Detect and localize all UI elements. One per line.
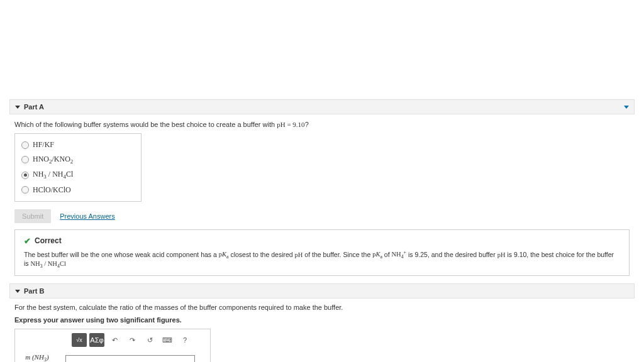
option-label: HClO/KClO: [33, 185, 71, 195]
part-a-label: Part A: [24, 103, 44, 111]
part-b-line1: For the best system, calculate the ratio…: [14, 304, 635, 311]
radio-icon[interactable]: [21, 156, 29, 163]
radio-icon[interactable]: [21, 172, 29, 179]
radio-icon[interactable]: [21, 141, 29, 149]
toolbar: √x ΑΣφ ↶ ↷ ↺ ⌨ ?: [15, 329, 210, 351]
feedback-title: Correct: [35, 236, 62, 245]
math-templates-icon[interactable]: √x: [72, 333, 87, 347]
option-label: HNO2/KNO2: [33, 155, 73, 165]
feedback-text: The best buffer will be the one whose we…: [24, 250, 620, 270]
help-icon[interactable]: ?: [177, 333, 192, 347]
keyboard-icon[interactable]: ⌨: [160, 333, 175, 347]
collapse-icon[interactable]: [624, 106, 629, 109]
caret-down-icon: [15, 290, 20, 293]
previous-answers-link-a[interactable]: Previous Answers: [60, 212, 114, 220]
answer-box: √x ΑΣφ ↶ ↷ ↺ ⌨ ? m (NH3) m (NH4Cl) =: [14, 329, 211, 362]
greek-symbols-button[interactable]: ΑΣφ: [89, 333, 104, 347]
submit-button-a: Submit: [14, 209, 51, 223]
radio-icon[interactable]: [21, 186, 29, 194]
options-box: HF/KFHNO2/KNO2NH3 / NH4ClHClO/KClO: [14, 133, 142, 202]
ratio-fraction: m (NH3) m (NH4Cl): [20, 353, 54, 362]
option-label: NH3 / NH4Cl: [33, 170, 73, 180]
part-b-header[interactable]: Part B: [9, 283, 635, 299]
feedback-box: ✔ Correct The best buffer will be the on…: [14, 229, 630, 277]
redo-icon[interactable]: ↷: [125, 333, 140, 347]
answer-input[interactable]: [65, 355, 195, 362]
reset-icon[interactable]: ↺: [142, 333, 157, 347]
option-row[interactable]: HNO2/KNO2: [15, 152, 141, 167]
part-b-line2: Express your answer using two significan…: [14, 316, 635, 324]
option-label: HF/KF: [33, 140, 54, 150]
undo-icon[interactable]: ↶: [107, 333, 122, 347]
check-icon: ✔: [24, 236, 31, 246]
option-row[interactable]: NH3 / NH4Cl: [15, 167, 141, 182]
caret-down-icon: [15, 106, 20, 109]
part-b-label: Part B: [24, 287, 44, 295]
part-a-question: Which of the following buffer systems wo…: [14, 121, 635, 128]
equals-sign: =: [58, 359, 62, 362]
option-row[interactable]: HClO/KClO: [15, 183, 141, 197]
part-a-header[interactable]: Part A: [9, 99, 635, 114]
option-row[interactable]: HF/KF: [15, 138, 141, 152]
